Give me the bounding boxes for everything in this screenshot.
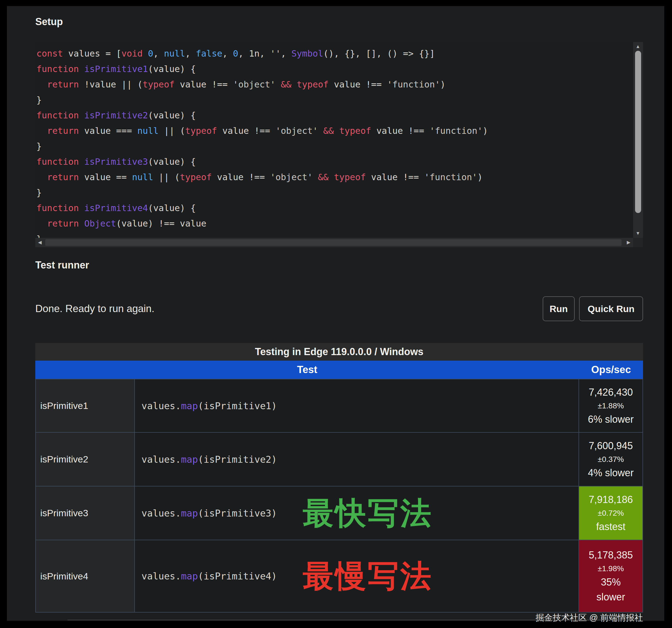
code-line: } — [37, 139, 633, 154]
code-token: function — [37, 203, 79, 213]
code-token: && — [281, 79, 291, 90]
code-token: 'function' — [430, 125, 483, 136]
code-token: !value || ( — [79, 79, 143, 90]
code-token — [79, 64, 84, 74]
vertical-scrollbar-thumb[interactable] — [635, 51, 641, 213]
scroll-down-icon[interactable]: ▼ — [635, 231, 640, 236]
code-token: (isPrimitive2) — [198, 454, 277, 465]
code-line: return value == null || (typeof value !=… — [37, 169, 633, 185]
code-line: function isPrimitive4(value) { — [37, 200, 633, 216]
code-line: } — [37, 231, 633, 238]
code-token — [37, 172, 47, 182]
code-token: 'object' — [270, 172, 313, 182]
code-token — [37, 218, 47, 229]
code-token: , — [222, 48, 233, 59]
code-token: return — [47, 218, 79, 229]
ops-cell: 7,426,430±1.88%6% slower — [579, 379, 643, 432]
code-token: isPrimitive3 — [84, 157, 148, 167]
test-name-cell: isPrimitive1 — [36, 379, 135, 432]
test-code-cell: values.map(isPrimitive1) — [135, 379, 579, 432]
code-token: isPrimitive4 — [84, 203, 148, 213]
horizontal-scrollbar-thumb[interactable] — [45, 239, 622, 246]
code-token: (value) { — [148, 64, 196, 74]
code-line: return Object(value) !== value — [37, 216, 633, 231]
code-token: 'function' — [424, 172, 477, 182]
code-token: (isPrimitive4) — [198, 571, 277, 582]
ops-line: 4% slower — [588, 467, 634, 479]
setup-code-editor[interactable]: const values = [void 0, null, false, 0, … — [35, 42, 643, 247]
code-token: const — [37, 48, 63, 59]
code-token: , — [185, 48, 196, 59]
code-token: 'object' — [233, 79, 275, 90]
code-token: && — [323, 125, 334, 136]
code-token: value == — [79, 172, 132, 182]
run-button[interactable]: Run — [543, 296, 575, 321]
table-row: isPrimitive2values.map(isPrimitive2)7,60… — [36, 433, 643, 486]
vertical-scrollbar[interactable]: ▲ ▼ — [633, 42, 643, 238]
code-token: isPrimitive1 — [84, 64, 148, 74]
code-token: values. — [141, 454, 181, 465]
code-token: } — [37, 141, 42, 152]
code-token — [143, 48, 148, 59]
code-token: , 1n, — [238, 48, 270, 59]
test-runner-heading: Test runner — [35, 259, 89, 271]
table-row: isPrimitive3values.map(isPrimitive3)最快写法… — [36, 486, 643, 540]
results-body: isPrimitive1values.map(isPrimitive1)7,42… — [35, 379, 643, 612]
test-name-cell: isPrimitive2 — [36, 433, 135, 486]
code-token: map — [181, 454, 198, 465]
code-token: function — [37, 64, 79, 74]
code-line: function isPrimitive3(value) { — [37, 154, 633, 169]
code-token: value !== — [366, 172, 424, 182]
code-token: ) — [440, 79, 445, 90]
scroll-left-icon[interactable]: ◀ — [38, 240, 42, 245]
code-token: null — [137, 125, 159, 136]
code-token: } — [37, 187, 42, 198]
code-line: function isPrimitive2(value) { — [37, 108, 633, 123]
code-token: typeof — [143, 79, 174, 90]
code-token: function — [37, 157, 79, 167]
results-table: Testing in Edge 119.0.0.0 / Windows Test… — [35, 343, 643, 612]
runner-status-text: Done. Ready to run again. — [35, 303, 154, 315]
code-token: ) — [483, 125, 488, 136]
code-token: Object — [84, 218, 116, 229]
results-caption: Testing in Edge 119.0.0.0 / Windows — [35, 343, 643, 360]
code-token — [318, 125, 323, 136]
results-header-row: Test Ops/sec — [35, 360, 643, 379]
code-viewport[interactable]: const values = [void 0, null, false, 0, … — [35, 42, 633, 238]
ops-line: 35% — [601, 576, 621, 588]
ops-line: ±1.98% — [598, 564, 624, 573]
scrollbar-corner — [633, 238, 643, 247]
code-token: (value) { — [148, 157, 196, 167]
code-token: (), {}, [], () => {}] — [323, 48, 435, 59]
code-token: function — [37, 110, 79, 121]
horizontal-scrollbar[interactable]: ◀ ▶ — [35, 238, 633, 247]
ops-line: ±0.72% — [598, 509, 624, 518]
code-token — [79, 157, 84, 167]
code-line: } — [37, 92, 633, 108]
ops-line: 6% slower — [588, 414, 634, 425]
code-token: typeof — [185, 125, 217, 136]
code-token — [275, 79, 281, 90]
code-token: } — [37, 95, 42, 105]
quick-run-button[interactable]: Quick Run — [579, 296, 643, 321]
code-token: , — [281, 48, 291, 59]
annotation-fastest: 最快写法 — [303, 492, 433, 534]
code-token: value !== — [212, 172, 270, 182]
watermark-text: 掘金技术社区 @ 前端情报社 — [535, 612, 643, 624]
code-line: return value === null || (typeof value !… — [37, 123, 633, 139]
code-token: values. — [141, 400, 181, 412]
test-code-cell: values.map(isPrimitive4)最慢写法 — [135, 540, 579, 612]
code-token: typeof — [297, 79, 329, 90]
code-token: (value) !== value — [116, 218, 207, 229]
code-token: map — [181, 508, 198, 519]
scroll-right-icon[interactable]: ▶ — [627, 240, 630, 245]
setup-heading: Setup — [35, 16, 63, 28]
code-token: || ( — [159, 125, 185, 136]
code-token — [291, 79, 297, 90]
code-token: void — [121, 48, 143, 59]
code-token: 'object' — [275, 125, 318, 136]
scroll-up-icon[interactable]: ▲ — [635, 44, 640, 49]
test-name-cell: isPrimitive4 — [36, 540, 135, 612]
code-line: } — [37, 185, 633, 200]
code-token: null — [164, 48, 185, 59]
